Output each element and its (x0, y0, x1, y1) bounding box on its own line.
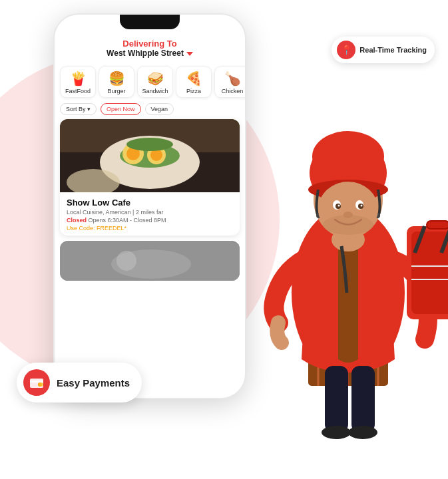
address-text: West Whipple Street (107, 49, 184, 58)
tracking-label: Real-Time Tracking (359, 46, 427, 54)
fastfood-label: FastFood (65, 88, 91, 94)
svg-point-29 (312, 131, 384, 182)
category-fastfood[interactable]: 🍟 FastFood (60, 66, 96, 98)
phone-inner: Delivering To West Whipple Street 🍟 Fast… (55, 29, 245, 281)
food-visual (60, 119, 240, 192)
payment-icon (23, 369, 50, 396)
distance-text: 2 miles far (136, 209, 164, 216)
pizza-label: Pizza (186, 88, 201, 94)
category-pizza[interactable]: 🍕 Pizza (176, 66, 212, 98)
restaurant-image (60, 119, 240, 192)
svg-point-40 (343, 212, 353, 218)
categories-row: 🍟 FastFood 🍔 Burger 🥪 Sandwich 🍕 Pizza 🍗 (55, 61, 245, 100)
sort-button[interactable]: Sort By ▾ (60, 103, 97, 115)
svg-point-37 (338, 205, 340, 207)
svg-point-12 (116, 251, 136, 271)
restaurant-meta: Local Cuisine, American | 2 miles far (67, 209, 233, 216)
svg-point-55 (39, 383, 43, 387)
chicken-icon: 🍗 (224, 71, 241, 86)
closed-text: Closed (67, 217, 87, 224)
restaurant-card[interactable]: Show Low Cafe Local Cuisine, American | … (60, 119, 240, 236)
svg-rect-48 (325, 366, 348, 432)
svg-point-50 (322, 426, 351, 439)
easy-payments-label: Easy Payments (57, 377, 130, 389)
svg-rect-47 (427, 221, 448, 229)
hours-detail: Opens 6:30AM - Closed 8PM (89, 217, 166, 224)
svg-rect-49 (351, 366, 375, 432)
chevron-down-icon[interactable] (186, 52, 193, 56)
cuisine-text: Local Cuisine, American | (67, 209, 134, 216)
restaurant-name: Show Low Cafe (67, 198, 233, 208)
vegan-button[interactable]: Vegan (145, 103, 174, 115)
delivering-label: Delivering To (55, 39, 245, 49)
address-row[interactable]: West Whipple Street (55, 49, 245, 58)
phone-mockup: Delivering To West Whipple Street 🍟 Fast… (53, 13, 246, 399)
chicken-label: Chicken (222, 88, 244, 94)
promo-code: Use Code: FREEDEL* (67, 225, 233, 232)
pizza-icon: 🍕 (186, 71, 202, 86)
category-burger[interactable]: 🍔 Burger (99, 66, 134, 98)
open-now-button[interactable]: Open Now (101, 103, 141, 115)
burger-label: Burger (107, 88, 125, 94)
burger-icon: 🍔 (109, 71, 125, 86)
filter-row: Sort By ▾ Open Now Vegan (55, 100, 245, 119)
fastfood-icon: 🍟 (70, 71, 87, 86)
sandwich-label: Sandwich (142, 88, 168, 94)
svg-rect-53 (30, 381, 43, 383)
tracking-badge: 📍 Real-Time Tracking (332, 37, 435, 63)
restaurant-info: Show Low Cafe Local Cuisine, American | … (60, 192, 240, 236)
delivering-section: Delivering To West Whipple Street (55, 35, 245, 61)
easy-payments-badge[interactable]: Easy Payments (17, 363, 142, 402)
category-chicken[interactable]: 🍗 Chicken (214, 66, 245, 98)
tracking-icon: 📍 (337, 41, 355, 59)
restaurant-status: Closed Opens 6:30AM - Closed 8PM (67, 217, 233, 224)
delivery-person-svg (242, 40, 448, 439)
restaurant-card-2[interactable] (60, 241, 240, 281)
delivery-person (242, 40, 448, 439)
svg-point-51 (348, 426, 377, 439)
wallet-icon (29, 377, 44, 389)
category-sandwich[interactable]: 🥪 Sandwich (137, 66, 173, 98)
svg-point-8 (126, 138, 173, 151)
phone-notch (120, 15, 180, 29)
svg-point-38 (361, 205, 363, 207)
sandwich-icon: 🥪 (147, 71, 164, 86)
